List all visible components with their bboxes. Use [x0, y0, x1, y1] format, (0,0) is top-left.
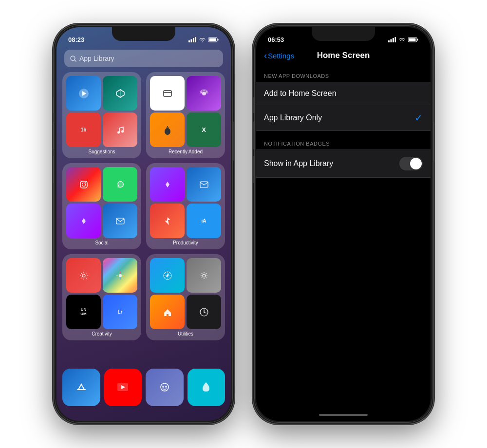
svg-rect-49: [409, 38, 416, 41]
grid-row-1: 1b Suggestions: [62, 72, 225, 158]
svg-rect-3: [195, 37, 197, 42]
app-whatsapp[interactable]: [103, 167, 137, 202]
svg-rect-45: [393, 38, 394, 42]
dock-youtube[interactable]: [104, 369, 142, 407]
phone-1: 08:23: [54, 24, 234, 424]
svg-point-12: [117, 131, 120, 133]
back-label: Settings: [268, 52, 294, 60]
back-button[interactable]: ‹ Settings: [264, 51, 294, 60]
dock-apps: [62, 369, 225, 407]
grid-row-2: Social iA: [62, 163, 225, 249]
settings-row-app-library-only[interactable]: App Library Only ✓: [256, 105, 431, 131]
svg-rect-0: [188, 40, 190, 42]
svg-rect-46: [395, 37, 396, 42]
app-1blocker[interactable]: 1b: [66, 112, 101, 147]
svg-point-17: [165, 128, 170, 135]
section-header-notification-badges: NOTIFICATION BADGES: [256, 133, 431, 149]
svg-point-40: [161, 383, 169, 391]
power-button: [233, 122, 234, 161]
app-unum[interactable]: UNUM: [66, 295, 101, 329]
app-spark[interactable]: [150, 204, 185, 238]
svg-rect-18: [80, 181, 87, 188]
svg-point-13: [121, 130, 124, 132]
signal-icon-phone1: [188, 37, 196, 42]
phone2-screen: 06:53: [256, 27, 431, 421]
app-lightroom[interactable]: Lr: [103, 295, 137, 329]
app-card[interactable]: [150, 76, 185, 111]
dock-mergebot[interactable]: [146, 369, 184, 407]
folder-recently-added-label: Recently Added: [150, 149, 221, 154]
svg-point-34: [203, 274, 206, 277]
svg-rect-5: [218, 38, 219, 40]
app-testflight[interactable]: [66, 76, 101, 111]
battery-icon-phone1: [208, 37, 219, 42]
app-wizard[interactable]: [150, 112, 185, 147]
search-bar[interactable]: App Library: [64, 50, 223, 67]
app-podcasts[interactable]: [187, 76, 221, 111]
app-shortcuts[interactable]: [66, 204, 101, 238]
section-header-new-app-downloads: NEW APP DOWNLOADS: [256, 65, 431, 82]
svg-point-20: [85, 182, 86, 183]
back-chevron-icon: ‹: [264, 51, 267, 60]
app-settings-utilities[interactable]: [187, 258, 221, 293]
svg-rect-22: [116, 218, 124, 224]
svg-point-42: [165, 386, 167, 388]
add-to-home-label: Add to Home Screen: [264, 89, 337, 98]
folder-social[interactable]: Social: [62, 163, 141, 249]
app-shortcuts-2[interactable]: [150, 167, 185, 202]
volume-up-button: [54, 122, 54, 149]
app-settings-gear[interactable]: [66, 258, 101, 293]
show-in-app-library-toggle[interactable]: [399, 157, 423, 170]
folder-suggestions[interactable]: 1b Suggestions: [62, 72, 141, 158]
settings-row-add-to-home[interactable]: Add to Home Screen: [256, 82, 431, 105]
status-icons-phone1: [188, 37, 219, 42]
show-in-app-library-label: Show in App Library: [264, 159, 333, 168]
app-instagram[interactable]: [66, 167, 101, 202]
search-placeholder: App Library: [79, 55, 114, 62]
svg-rect-23: [200, 182, 208, 187]
settings-row-show-in-app-library[interactable]: Show in App Library: [256, 150, 431, 177]
app-grid: 1b Suggestions: [56, 72, 231, 340]
time-phone2: 06:53: [268, 36, 284, 43]
folder-productivity[interactable]: iA Productivity: [146, 163, 225, 249]
app-photos[interactable]: [103, 258, 137, 293]
svg-point-41: [162, 386, 164, 388]
app-mail-2[interactable]: [187, 167, 221, 202]
svg-point-24: [82, 274, 85, 277]
mute-button: [54, 97, 54, 113]
svg-rect-14: [164, 91, 171, 96]
svg-rect-48: [417, 38, 418, 40]
folder-productivity-label: Productivity: [150, 240, 221, 245]
checkmark-icon: ✓: [414, 112, 423, 124]
svg-rect-44: [391, 39, 392, 42]
folder-creativity[interactable]: UNUM Lr Creativity: [62, 254, 141, 340]
volume-down-button: [54, 156, 54, 183]
dock-liquid[interactable]: [187, 369, 225, 407]
volume-down-button-2: [253, 156, 254, 183]
app-safari[interactable]: [150, 258, 185, 293]
app-music[interactable]: [103, 112, 137, 147]
app-home[interactable]: [150, 295, 185, 329]
time-phone1: 08:23: [68, 36, 84, 43]
app-mail[interactable]: [103, 204, 137, 238]
nav-bar: ‹ Settings Home Screen: [256, 47, 431, 65]
wifi-icon-phone1: [199, 37, 206, 42]
app-clock[interactable]: [187, 295, 221, 329]
svg-rect-43: [388, 40, 390, 42]
dock-appstore[interactable]: [62, 369, 100, 407]
nav-title: Home Screen: [317, 51, 370, 60]
phone-2: 06:53: [253, 24, 433, 424]
app-ar[interactable]: [103, 76, 137, 111]
folder-utilities[interactable]: Utilities: [146, 254, 225, 340]
power-button-2: [433, 122, 433, 161]
folder-creativity-label: Creativity: [66, 331, 137, 336]
home-indicator: [319, 414, 368, 416]
folder-recently-added[interactable]: X Recently Added: [146, 72, 225, 158]
folder-utilities-label: Utilities: [150, 331, 221, 336]
signal-icon-phone2: [388, 37, 396, 42]
app-ia[interactable]: iA: [187, 204, 221, 238]
app-excel[interactable]: X: [187, 112, 221, 147]
svg-rect-1: [191, 39, 192, 42]
svg-line-8: [75, 60, 76, 61]
grid-row-3: UNUM Lr Creativity: [62, 254, 225, 340]
